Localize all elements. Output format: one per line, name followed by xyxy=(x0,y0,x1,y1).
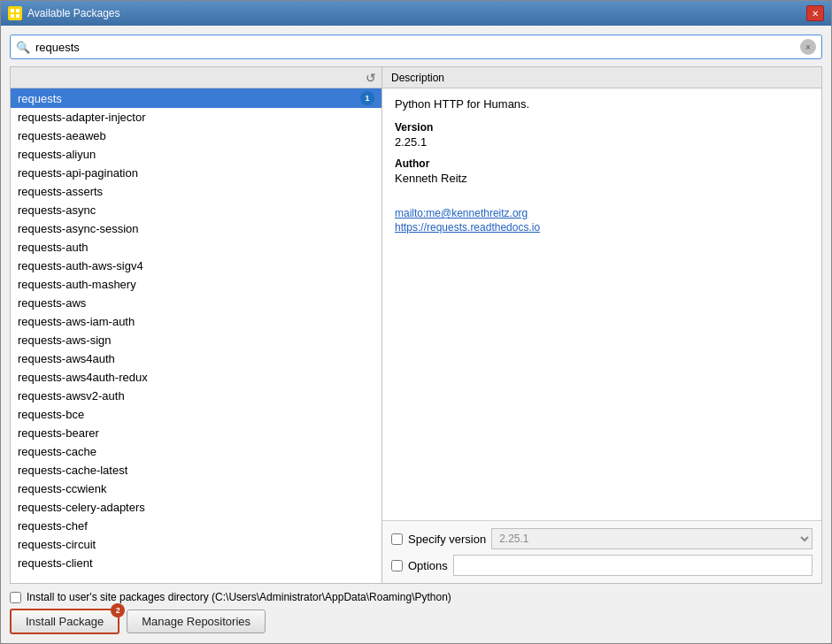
title-bar: Available Packages ✕ xyxy=(1,1,831,26)
list-item[interactable]: requests-aws4auth xyxy=(11,349,381,368)
package-summary: Python HTTP for Humans. xyxy=(395,97,809,111)
package-name: requests-bce xyxy=(18,408,374,421)
content-area: 🔍 × ↺ requests1requests-adapter-injector… xyxy=(1,26,831,643)
clear-search-button[interactable]: × xyxy=(800,39,816,55)
package-name: requests-async xyxy=(18,203,374,217)
description-header: Description xyxy=(382,67,821,88)
item-badge: 1 xyxy=(360,91,374,105)
search-row: 🔍 × xyxy=(10,34,822,59)
specify-version-checkbox[interactable] xyxy=(391,533,403,545)
list-item[interactable]: requests-bearer xyxy=(11,424,381,442)
window-icon xyxy=(8,6,22,20)
package-name: requests-asserts xyxy=(18,185,374,198)
package-name: requests-aws xyxy=(18,296,374,310)
list-item[interactable]: requests-async xyxy=(11,201,381,219)
list-item[interactable]: requests-cache xyxy=(11,442,381,461)
svg-rect-3 xyxy=(16,14,19,18)
version-value: 2.25.1 xyxy=(395,135,809,149)
svg-rect-0 xyxy=(11,9,14,12)
options-label: Options xyxy=(408,559,448,572)
list-item[interactable]: requests-aws4auth-redux xyxy=(11,368,381,387)
list-item[interactable]: requests-aws xyxy=(11,294,381,312)
window-title: Available Packages xyxy=(27,7,120,19)
list-item[interactable]: requests-circuit xyxy=(11,535,381,554)
search-input[interactable] xyxy=(35,41,795,54)
package-name: requests-celery-adapters xyxy=(18,501,374,514)
list-item[interactable]: requests1 xyxy=(11,88,381,108)
title-bar-controls: ✕ xyxy=(806,5,824,21)
close-button[interactable]: ✕ xyxy=(806,5,824,21)
package-name: requests-auth-aws-sigv4 xyxy=(18,259,374,272)
refresh-icon[interactable]: ↺ xyxy=(366,71,376,85)
search-icon: 🔍 xyxy=(16,41,30,54)
package-name: requests-adapter-injector xyxy=(18,111,374,124)
list-item[interactable]: requests-bce xyxy=(11,405,381,424)
package-name: requests-auth-mashery xyxy=(18,278,374,291)
package-name: requests-aws-iam-auth xyxy=(18,315,374,328)
install-package-button[interactable]: Install Package 2 xyxy=(10,609,119,634)
package-name: requests-aws-sign xyxy=(18,334,374,347)
list-item[interactable]: requests-asserts xyxy=(11,182,381,201)
package-name: requests-chef xyxy=(18,519,374,533)
list-item[interactable]: requests-celery-adapters xyxy=(11,498,381,517)
svg-rect-2 xyxy=(11,14,14,18)
options-input[interactable] xyxy=(453,555,813,576)
package-name: requests-aws4auth-redux xyxy=(18,371,374,384)
manage-repos-label: Manage Repositories xyxy=(142,615,250,628)
package-name: requests xyxy=(18,92,357,105)
install-badge: 2 xyxy=(111,603,125,617)
list-item[interactable]: requests-aws-sign xyxy=(11,331,381,349)
list-item[interactable]: requests-adapter-injector xyxy=(11,108,381,126)
description-panel: Description Python HTTP for Humans. Vers… xyxy=(382,67,821,583)
install-to-checkbox[interactable] xyxy=(10,592,21,603)
list-item[interactable]: requests-auth xyxy=(11,238,381,257)
specify-version-row: Specify version 2.25.1 xyxy=(391,528,813,549)
install-package-label: Install Package xyxy=(26,615,104,628)
list-item[interactable]: requests-ccwienk xyxy=(11,479,381,498)
docs-link[interactable]: https://requests.readthedocs.io xyxy=(395,221,809,234)
package-name: requests-auth xyxy=(18,241,374,254)
description-header-label: Description xyxy=(391,72,444,84)
list-item[interactable]: requests-aliyun xyxy=(11,145,381,164)
version-options-area: Specify version 2.25.1 Options xyxy=(382,520,821,583)
package-name: requests-cache-latest xyxy=(18,464,374,477)
list-item[interactable]: requests-auth-aws-sigv4 xyxy=(11,257,381,275)
package-list-header: ↺ xyxy=(11,67,381,88)
package-name: requests-aeaweb xyxy=(18,129,374,142)
package-list-container: ↺ requests1requests-adapter-injectorrequ… xyxy=(11,67,382,583)
bottom-area: Install to user's site packages director… xyxy=(10,591,822,634)
install-to-row: Install to user's site packages director… xyxy=(10,591,822,603)
list-item[interactable]: requests-chef xyxy=(11,517,381,535)
list-item[interactable]: requests-awsv2-auth xyxy=(11,387,381,405)
options-checkbox[interactable] xyxy=(391,560,403,571)
author-value: Kenneth Reitz xyxy=(395,172,809,185)
main-area: ↺ requests1requests-adapter-injectorrequ… xyxy=(10,66,822,584)
manage-repositories-button[interactable]: Manage Repositories xyxy=(127,610,266,633)
list-item[interactable]: requests-async-session xyxy=(11,219,381,238)
specify-version-label: Specify version xyxy=(408,533,486,546)
install-to-label: Install to user's site packages director… xyxy=(27,591,451,603)
version-select[interactable]: 2.25.1 xyxy=(491,528,813,549)
package-name: requests-async-session xyxy=(18,222,374,235)
package-name: requests-aliyun xyxy=(18,148,374,161)
list-item[interactable]: requests-aws-iam-auth xyxy=(11,312,381,331)
main-window: Available Packages ✕ 🔍 × ↺ requests1requ… xyxy=(0,0,832,644)
package-name: requests-circuit xyxy=(18,538,374,551)
list-item[interactable]: requests-api-pagination xyxy=(11,164,381,182)
package-name: requests-cache xyxy=(18,445,374,458)
options-row: Options xyxy=(391,555,813,576)
author-label: Author xyxy=(395,157,809,170)
mailto-link[interactable]: mailto:me@kennethreitz.org xyxy=(395,207,809,219)
title-bar-left: Available Packages xyxy=(8,6,120,20)
version-label: Version xyxy=(395,121,809,134)
list-item[interactable]: requests-client xyxy=(11,554,381,572)
list-item[interactable]: requests-auth-mashery xyxy=(11,275,381,294)
package-name: requests-client xyxy=(18,556,374,570)
button-row: Install Package 2 Manage Repositories xyxy=(10,609,822,634)
description-content: Python HTTP for Humans. Version 2.25.1 A… xyxy=(382,88,821,520)
list-item[interactable]: requests-aeaweb xyxy=(11,126,381,145)
package-name: requests-ccwienk xyxy=(18,482,374,495)
list-item[interactable]: requests-cache-latest xyxy=(11,461,381,479)
package-name: requests-bearer xyxy=(18,426,374,440)
package-name: requests-aws4auth xyxy=(18,352,374,365)
